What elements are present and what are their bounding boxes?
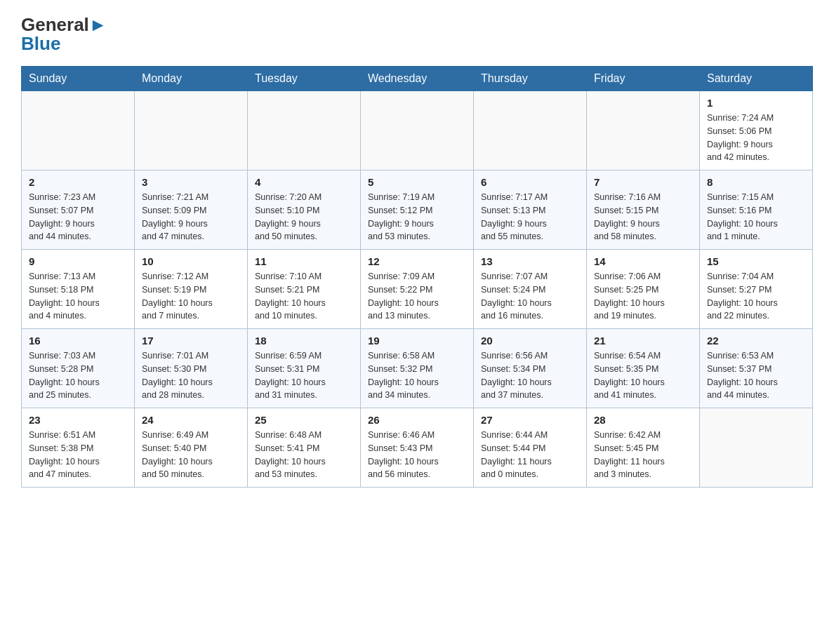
day-info: Sunrise: 6:58 AM Sunset: 5:32 PM Dayligh… <box>368 349 466 402</box>
day-info: Sunrise: 7:04 AM Sunset: 5:27 PM Dayligh… <box>707 270 805 323</box>
day-number: 7 <box>594 176 692 188</box>
calendar-cell: 18Sunrise: 6:59 AM Sunset: 5:31 PM Dayli… <box>248 329 361 408</box>
day-info: Sunrise: 7:12 AM Sunset: 5:19 PM Dayligh… <box>142 270 240 323</box>
calendar-cell: 15Sunrise: 7:04 AM Sunset: 5:27 PM Dayli… <box>700 250 813 329</box>
calendar-cell: 3Sunrise: 7:21 AM Sunset: 5:09 PM Daylig… <box>135 170 248 250</box>
calendar-table: SundayMondayTuesdayWednesdayThursdayFrid… <box>21 66 813 488</box>
calendar-cell: 22Sunrise: 6:53 AM Sunset: 5:37 PM Dayli… <box>700 329 813 408</box>
day-info: Sunrise: 6:59 AM Sunset: 5:31 PM Dayligh… <box>255 349 353 402</box>
calendar-cell: 5Sunrise: 7:19 AM Sunset: 5:12 PM Daylig… <box>361 170 474 250</box>
day-number: 14 <box>594 255 692 267</box>
logo-blue-text: Blue <box>21 33 107 55</box>
calendar-cell <box>700 408 813 488</box>
day-info: Sunrise: 7:01 AM Sunset: 5:30 PM Dayligh… <box>142 349 240 402</box>
day-info: Sunrise: 6:53 AM Sunset: 5:37 PM Dayligh… <box>707 349 805 402</box>
day-number: 9 <box>29 255 127 267</box>
day-info: Sunrise: 6:56 AM Sunset: 5:34 PM Dayligh… <box>481 349 579 402</box>
calendar-cell: 12Sunrise: 7:09 AM Sunset: 5:22 PM Dayli… <box>361 250 474 329</box>
day-number: 10 <box>142 255 240 267</box>
day-number: 28 <box>594 414 692 426</box>
day-number: 17 <box>142 335 240 347</box>
day-info: Sunrise: 7:19 AM Sunset: 5:12 PM Dayligh… <box>368 191 466 243</box>
calendar-cell: 25Sunrise: 6:48 AM Sunset: 5:41 PM Dayli… <box>248 408 361 488</box>
calendar-cell <box>474 91 587 170</box>
calendar-cell: 4Sunrise: 7:20 AM Sunset: 5:10 PM Daylig… <box>248 170 361 250</box>
calendar-cell: 13Sunrise: 7:07 AM Sunset: 5:24 PM Dayli… <box>474 250 587 329</box>
day-number: 16 <box>29 335 127 347</box>
day-info: Sunrise: 6:42 AM Sunset: 5:45 PM Dayligh… <box>594 429 692 481</box>
calendar-cell: 1Sunrise: 7:24 AM Sunset: 5:06 PM Daylig… <box>700 91 813 170</box>
day-info: Sunrise: 6:48 AM Sunset: 5:41 PM Dayligh… <box>255 429 353 481</box>
calendar-cell: 14Sunrise: 7:06 AM Sunset: 5:25 PM Dayli… <box>587 250 700 329</box>
day-info: Sunrise: 6:51 AM Sunset: 5:38 PM Dayligh… <box>29 429 127 481</box>
calendar-cell: 26Sunrise: 6:46 AM Sunset: 5:43 PM Dayli… <box>361 408 474 488</box>
calendar-cell: 16Sunrise: 7:03 AM Sunset: 5:28 PM Dayli… <box>22 329 135 408</box>
day-info: Sunrise: 7:20 AM Sunset: 5:10 PM Dayligh… <box>255 191 353 243</box>
day-info: Sunrise: 7:21 AM Sunset: 5:09 PM Dayligh… <box>142 191 240 243</box>
calendar-cell: 28Sunrise: 6:42 AM Sunset: 5:45 PM Dayli… <box>587 408 700 488</box>
day-of-week-thursday: Thursday <box>474 67 587 91</box>
day-number: 2 <box>29 176 127 188</box>
calendar-week-row: 2Sunrise: 7:23 AM Sunset: 5:07 PM Daylig… <box>22 170 813 250</box>
calendar-cell <box>248 91 361 170</box>
calendar-week-row: 23Sunrise: 6:51 AM Sunset: 5:38 PM Dayli… <box>22 408 813 488</box>
calendar-week-row: 16Sunrise: 7:03 AM Sunset: 5:28 PM Dayli… <box>22 329 813 408</box>
day-number: 12 <box>368 255 466 267</box>
day-number: 3 <box>142 176 240 188</box>
day-info: Sunrise: 7:06 AM Sunset: 5:25 PM Dayligh… <box>594 270 692 323</box>
day-info: Sunrise: 7:03 AM Sunset: 5:28 PM Dayligh… <box>29 349 127 402</box>
calendar-cell: 21Sunrise: 6:54 AM Sunset: 5:35 PM Dayli… <box>587 329 700 408</box>
day-of-week-wednesday: Wednesday <box>361 67 474 91</box>
day-info: Sunrise: 6:44 AM Sunset: 5:44 PM Dayligh… <box>481 429 579 481</box>
day-info: Sunrise: 7:09 AM Sunset: 5:22 PM Dayligh… <box>368 270 466 323</box>
calendar-cell: 2Sunrise: 7:23 AM Sunset: 5:07 PM Daylig… <box>22 170 135 250</box>
page-header: General ► Blue <box>21 14 813 55</box>
calendar-cell: 19Sunrise: 6:58 AM Sunset: 5:32 PM Dayli… <box>361 329 474 408</box>
day-number: 15 <box>707 255 805 267</box>
day-info: Sunrise: 7:15 AM Sunset: 5:16 PM Dayligh… <box>707 191 805 243</box>
day-number: 23 <box>29 414 127 426</box>
day-info: Sunrise: 7:17 AM Sunset: 5:13 PM Dayligh… <box>481 191 579 243</box>
day-info: Sunrise: 6:49 AM Sunset: 5:40 PM Dayligh… <box>142 429 240 481</box>
day-number: 21 <box>594 335 692 347</box>
day-info: Sunrise: 7:07 AM Sunset: 5:24 PM Dayligh… <box>481 270 579 323</box>
day-of-week-saturday: Saturday <box>700 67 813 91</box>
day-info: Sunrise: 6:46 AM Sunset: 5:43 PM Dayligh… <box>368 429 466 481</box>
day-number: 25 <box>255 414 353 426</box>
day-number: 13 <box>481 255 579 267</box>
calendar-cell: 23Sunrise: 6:51 AM Sunset: 5:38 PM Dayli… <box>22 408 135 488</box>
calendar-cell: 9Sunrise: 7:13 AM Sunset: 5:18 PM Daylig… <box>22 250 135 329</box>
calendar-cell: 11Sunrise: 7:10 AM Sunset: 5:21 PM Dayli… <box>248 250 361 329</box>
calendar-cell: 27Sunrise: 6:44 AM Sunset: 5:44 PM Dayli… <box>474 408 587 488</box>
calendar-week-row: 1Sunrise: 7:24 AM Sunset: 5:06 PM Daylig… <box>22 91 813 170</box>
day-number: 6 <box>481 176 579 188</box>
day-number: 11 <box>255 255 353 267</box>
calendar-cell: 7Sunrise: 7:16 AM Sunset: 5:15 PM Daylig… <box>587 170 700 250</box>
day-info: Sunrise: 7:24 AM Sunset: 5:06 PM Dayligh… <box>707 112 805 164</box>
calendar-cell: 6Sunrise: 7:17 AM Sunset: 5:13 PM Daylig… <box>474 170 587 250</box>
day-info: Sunrise: 6:54 AM Sunset: 5:35 PM Dayligh… <box>594 349 692 402</box>
day-info: Sunrise: 7:10 AM Sunset: 5:21 PM Dayligh… <box>255 270 353 323</box>
day-number: 22 <box>707 335 805 347</box>
day-of-week-sunday: Sunday <box>22 67 135 91</box>
day-number: 5 <box>368 176 466 188</box>
day-number: 18 <box>255 335 353 347</box>
day-number: 8 <box>707 176 805 188</box>
day-of-week-tuesday: Tuesday <box>248 67 361 91</box>
day-number: 20 <box>481 335 579 347</box>
calendar-cell: 24Sunrise: 6:49 AM Sunset: 5:40 PM Dayli… <box>135 408 248 488</box>
day-info: Sunrise: 7:16 AM Sunset: 5:15 PM Dayligh… <box>594 191 692 243</box>
day-number: 4 <box>255 176 353 188</box>
calendar-cell <box>587 91 700 170</box>
day-number: 24 <box>142 414 240 426</box>
day-info: Sunrise: 7:13 AM Sunset: 5:18 PM Dayligh… <box>29 270 127 323</box>
calendar-cell <box>135 91 248 170</box>
day-number: 26 <box>368 414 466 426</box>
day-of-week-monday: Monday <box>135 67 248 91</box>
day-number: 1 <box>707 97 805 109</box>
calendar-cell <box>361 91 474 170</box>
calendar-header-row: SundayMondayTuesdayWednesdayThursdayFrid… <box>22 67 813 91</box>
calendar-cell <box>22 91 135 170</box>
calendar-cell: 17Sunrise: 7:01 AM Sunset: 5:30 PM Dayli… <box>135 329 248 408</box>
calendar-week-row: 9Sunrise: 7:13 AM Sunset: 5:18 PM Daylig… <box>22 250 813 329</box>
